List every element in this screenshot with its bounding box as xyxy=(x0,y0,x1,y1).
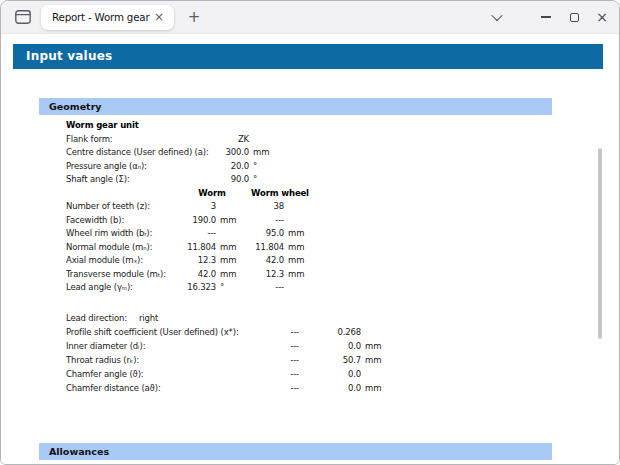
worm-value: 3 xyxy=(186,200,216,214)
param-label: Transverse module (mₜ): xyxy=(66,268,186,282)
wheel-unit xyxy=(284,214,314,228)
param-value: 90.0 xyxy=(186,173,249,187)
close-icon: × xyxy=(154,10,164,24)
table-row: Wheel rim width (bᵣ): --- 95.0 mm xyxy=(66,227,619,241)
worm-value: --- xyxy=(271,339,299,353)
param-label: Inner diameter (dᵢ): xyxy=(66,339,271,353)
param-unit: mm xyxy=(361,381,391,395)
param-label: Profile shift coefficient (User defined)… xyxy=(66,325,271,339)
table-row: Profile shift coefficient (User defined)… xyxy=(66,325,619,339)
param-label: Number of teeth (z): xyxy=(66,200,186,214)
wheel-unit: mm xyxy=(284,268,314,282)
table-row: Flank form: ZK xyxy=(66,133,619,147)
wheel-value: 0.0 xyxy=(299,381,361,395)
param-label: Chamfer angle (ϑ): xyxy=(66,367,271,381)
list-all-tabs-button[interactable] xyxy=(483,3,511,31)
param-unit: mm xyxy=(249,146,279,160)
column-header-worm: Worm xyxy=(186,187,238,201)
firefox-view-button[interactable] xyxy=(10,4,36,30)
wheel-value: 38 xyxy=(246,200,284,214)
table-row: Number of teeth (z): 3 38 xyxy=(66,200,619,214)
worm-value: 11.804 xyxy=(186,241,216,255)
column-header-worm-wheel: Worm wheel xyxy=(246,187,314,201)
wheel-unit: mm xyxy=(284,241,314,255)
param-label: Wheel rim width (bᵣ): xyxy=(66,227,186,241)
param-value: ZK xyxy=(186,133,249,147)
section-header-geometry: Geometry xyxy=(39,98,552,115)
geometry-extra-block: Lead direction: right Profile shift coef… xyxy=(1,311,619,396)
worm-value: --- xyxy=(271,353,299,367)
tab-overview-icon xyxy=(15,10,31,24)
worm-value: --- xyxy=(186,227,216,241)
maximize-icon xyxy=(570,13,579,22)
param-label: Centre distance (User defined) (a): xyxy=(66,146,186,160)
param-unit: ° xyxy=(249,173,279,187)
param-unit xyxy=(361,325,391,339)
vertical-scrollbar-thumb[interactable] xyxy=(598,148,602,339)
wheel-unit: mm xyxy=(284,227,314,241)
param-label: Flank form: xyxy=(66,133,186,147)
minimize-button[interactable] xyxy=(532,3,560,31)
wheel-unit xyxy=(284,200,314,214)
table-row: Pressure angle (αₙ): 20.0 ° xyxy=(66,160,619,174)
report-title: Input values xyxy=(13,44,603,69)
geometry-basic-block: Worm gear unit Flank form: ZK Centre dis… xyxy=(1,119,619,187)
param-label: Lead direction: xyxy=(66,311,139,325)
section-header-allowances: Allowances xyxy=(39,443,552,460)
param-unit: mm xyxy=(361,339,391,353)
wheel-value: 0.0 xyxy=(299,367,361,381)
tab-report[interactable]: Report - Worm gear calculation × xyxy=(41,5,174,30)
table-row: Chamfer angle (ϑ): --- 0.0 xyxy=(66,367,619,381)
wheel-value: --- xyxy=(246,214,284,228)
table-row: Facewidth (b): 190.0 mm --- xyxy=(66,214,619,228)
table-row: Shaft angle (Σ): 90.0 ° xyxy=(66,173,619,187)
geometry-worm-wheel-block: Worm Worm wheel Number of teeth (z): 3 3… xyxy=(1,187,619,295)
wheel-value: 11.804 xyxy=(246,241,284,255)
chevron-down-icon xyxy=(491,10,502,21)
worm-unit: ° xyxy=(216,281,238,295)
table-row: Normal module (mₙ): 11.804 mm 11.804 mm xyxy=(66,241,619,255)
table-row: Lead direction: right xyxy=(66,311,619,325)
param-unit: mm xyxy=(361,353,391,367)
maximize-button[interactable] xyxy=(560,3,588,31)
tab-bar: Report - Worm gear calculation × + × xyxy=(1,1,619,34)
table-row: Axial module (mₓ): 12.3 mm 42.0 mm xyxy=(66,254,619,268)
worm-unit: mm xyxy=(216,268,238,282)
wheel-value: --- xyxy=(246,281,284,295)
tab-close-button[interactable]: × xyxy=(152,10,166,24)
wheel-value: 0.268 xyxy=(299,325,361,339)
worm-value: 12.3 xyxy=(186,254,216,268)
worm-unit: mm xyxy=(216,241,238,255)
param-label: Pressure angle (αₙ): xyxy=(66,160,186,174)
param-value: right xyxy=(139,311,619,325)
tab-title: Report - Worm gear calculation xyxy=(52,11,152,23)
window-close-button[interactable]: × xyxy=(588,3,616,31)
worm-value: 190.0 xyxy=(186,214,216,228)
param-value: 20.0 xyxy=(186,160,249,174)
wheel-value: 95.0 xyxy=(246,227,284,241)
minimize-icon xyxy=(541,16,551,17)
param-label: Shaft angle (Σ): xyxy=(66,173,186,187)
worm-unit: mm xyxy=(216,214,238,228)
new-tab-button[interactable]: + xyxy=(182,5,206,29)
table-row: Centre distance (User defined) (a): 300.… xyxy=(66,146,619,160)
param-unit xyxy=(249,133,279,147)
table-row: Transverse module (mₜ): 42.0 mm 12.3 mm xyxy=(66,268,619,282)
wheel-unit xyxy=(284,281,314,295)
worm-value: --- xyxy=(271,381,299,395)
browser-window: Report - Worm gear calculation × + × Inp… xyxy=(0,0,620,465)
table-row: Chamfer distance (aϑ): --- 0.0 mm xyxy=(66,381,619,395)
plus-icon: + xyxy=(188,8,201,26)
column-header-row: Worm Worm wheel xyxy=(66,187,619,201)
worm-value: --- xyxy=(271,325,299,339)
worm-unit: mm xyxy=(216,254,238,268)
wheel-value: 12.3 xyxy=(246,268,284,282)
wheel-unit: mm xyxy=(284,254,314,268)
worm-value: --- xyxy=(271,367,299,381)
param-label: Facewidth (b): xyxy=(66,214,186,228)
table-row: Lead angle (γₘ): 16.323 ° --- xyxy=(66,281,619,295)
table-row: Inner diameter (dᵢ): --- 0.0 mm xyxy=(66,339,619,353)
wheel-value: 0.0 xyxy=(299,339,361,353)
group-title: Worm gear unit xyxy=(66,120,139,130)
param-label: Normal module (mₙ): xyxy=(66,241,186,255)
